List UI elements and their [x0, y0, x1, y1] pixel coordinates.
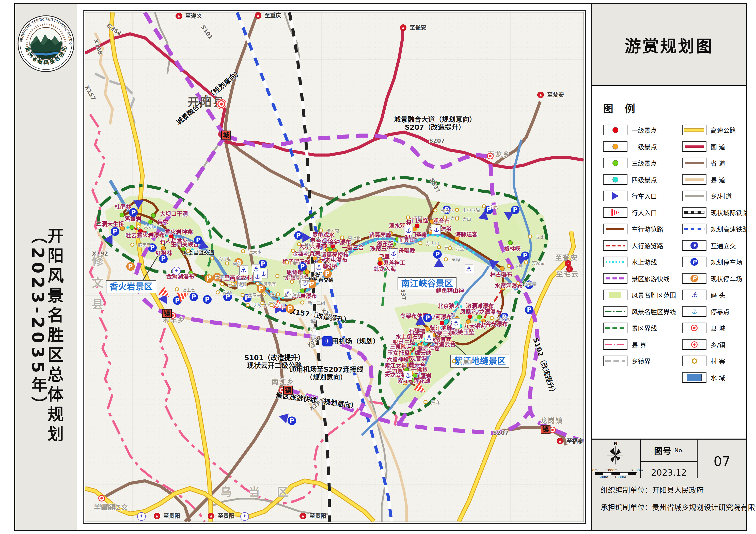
vehicle-entrance-icon — [133, 200, 144, 209]
village-label: 诸葛 — [238, 282, 247, 287]
direction-marker-icon: ▲ — [255, 12, 261, 19]
village-icon — [455, 208, 459, 212]
scenic-point-grade3 — [508, 240, 513, 245]
village-icon — [444, 257, 448, 262]
scenic-point-grade2 — [425, 327, 430, 331]
interchange-icon: ✦ — [137, 512, 146, 521]
legend-label: 现状城际铁路 — [711, 208, 746, 217]
village-label: 大河 — [215, 275, 224, 280]
village-label: 新寨组 — [459, 359, 472, 365]
village-icon — [256, 282, 259, 286]
scenic-point-label: 北京猿人 — [438, 303, 460, 309]
scenic-point-label: 映龙潭瀑布 — [473, 309, 501, 315]
map-label: 通用机场至S207连接线 （规划意向） — [289, 366, 364, 381]
legend-swatch-vil-icon — [682, 191, 707, 201]
scenic-point-label: 香火岩神龛 — [165, 229, 193, 235]
scenic-point-label: 观音洞 — [410, 355, 427, 362]
legend-label: 现状停车场 — [711, 274, 742, 283]
legend-swatch-pblue-icon — [682, 257, 707, 267]
scenic-point-grade3 — [129, 225, 134, 230]
village-label: 马家坪 — [304, 242, 317, 247]
legend-swatch-dot4-icon — [603, 174, 628, 185]
legend-swatch-hw-icon — [682, 125, 707, 135]
existing-parking-icon: P — [323, 269, 332, 278]
scenic-point-grade3 — [120, 213, 124, 217]
existing-parking-icon: P — [126, 262, 135, 271]
legend-swatch-express-icon — [603, 273, 628, 284]
legend-label: 行人入口 — [632, 208, 657, 217]
village-label: 张天水 — [249, 249, 262, 255]
dock-anchor-icon: ⚓ — [404, 226, 413, 235]
scenic-point-label: 莲花滩 — [414, 378, 430, 384]
village-icon — [297, 242, 301, 246]
legend-swatch-anchor1-icon — [682, 290, 707, 300]
legend-item-vil: 乡/村道 — [682, 191, 746, 201]
planned-parking-icon: P — [129, 208, 138, 217]
village-icon — [136, 224, 141, 228]
legend-swatch-rail1-icon — [682, 207, 707, 218]
village-icon — [340, 236, 344, 240]
legend-swatch-anchor2-icon — [682, 306, 707, 317]
legend-column-right: 高速公路国 道省 道县 道乡/村道现状城际铁路规划高速铁路互通立交规划停车场现状… — [682, 124, 746, 383]
planned-parking-icon: P — [433, 250, 442, 259]
settlement-tag: 城 — [221, 131, 231, 140]
village-label: 干田 — [414, 216, 422, 221]
village-label: 格老寨 — [524, 281, 537, 287]
airport-icon: ✈ — [322, 336, 333, 346]
legend-title: 图 例 — [603, 100, 738, 115]
vehicle-entrance-icon — [104, 235, 113, 245]
legend-label: 规划高速铁路 — [711, 224, 746, 234]
village-icon — [433, 208, 438, 213]
sheet-title: 游赏规划图 — [592, 4, 746, 86]
town-icon — [551, 429, 554, 431]
map-label: 龙岗镇 — [540, 417, 563, 425]
legend-swatch-countybnd-icon — [603, 339, 628, 350]
village-icon — [175, 287, 179, 292]
village-label: 南贡 — [489, 205, 498, 210]
scenic-point-label: 观音石 — [433, 218, 450, 224]
figure-number-label: 图号 — [654, 444, 671, 457]
village-label: 大山 — [462, 217, 471, 222]
direction-label: 至贵阳 — [163, 513, 180, 519]
map-frame: 城景融合大道（规划意向）城景融合大道（规划意向） S207（改造提升）X157（… — [83, 10, 586, 524]
village-icon — [270, 303, 274, 307]
map-label: 开阳县 — [188, 96, 226, 109]
legend-swatch-town-icon — [682, 339, 707, 350]
planned-parking-icon: P — [203, 295, 212, 304]
village-icon — [290, 280, 294, 284]
village-icon — [482, 204, 486, 208]
map-label: S207 — [493, 430, 509, 436]
direction-label: 至瓮安 — [410, 25, 426, 31]
village-label: 猴场 — [223, 291, 232, 296]
village-icon — [516, 281, 520, 285]
map-label: 通用机场（规划） — [325, 337, 380, 345]
scenic-point-label: 天龙会狮 — [384, 372, 407, 378]
legend-swatch-scenicbnd-icon — [603, 306, 628, 317]
interchange-icon: ✦ — [172, 267, 181, 275]
village-label: 岩下 — [292, 261, 301, 266]
town-icon — [172, 314, 174, 317]
legend-item-countybnd: 县 界 — [603, 339, 676, 350]
plan-title-vertical: 开阳风景名胜区总体规划（2023-2035年） — [30, 227, 62, 530]
legend-item-triped: 行人入口 — [603, 207, 676, 218]
legend-swatch-village-icon — [682, 356, 707, 366]
village-label: 把麻 — [431, 400, 440, 405]
legend-label: 乡镇界 — [632, 356, 651, 366]
legend: 图 例 一级景点二级景点三级景点四级景点行车入口行人入口车行游览路人行游览路水上… — [592, 86, 746, 441]
scenic-point-label: 杜鹃林 — [115, 204, 131, 210]
scenic-area-emblem: PROVINCIAL SCENIC AND HISTORIC AREA OF G… — [16, 14, 75, 74]
scenic-point-label: 大坝口干洞 — [160, 211, 188, 217]
direction-marker-icon: ▲ — [400, 24, 406, 31]
map-label: 开城际铁路 — [309, 310, 315, 351]
legend-item-tricar: 行车入口 — [603, 191, 676, 201]
town-icon — [100, 497, 103, 499]
village-label: 小谷光 — [498, 316, 510, 321]
legend-item-water: 水 域 — [682, 372, 746, 383]
scenic-point-label: 落霞岩 — [124, 216, 141, 222]
legend-item-pblue: 规划停车场 — [682, 256, 746, 267]
legend-label: 乡/镇 — [711, 340, 725, 349]
dock-anchor-icon: ⚓ — [404, 370, 412, 380]
scenic-point-label: 小谷光瀑布 — [480, 321, 508, 327]
village-label: 一二三四组 — [283, 274, 305, 279]
village-label: 上下藕田 — [284, 293, 301, 298]
